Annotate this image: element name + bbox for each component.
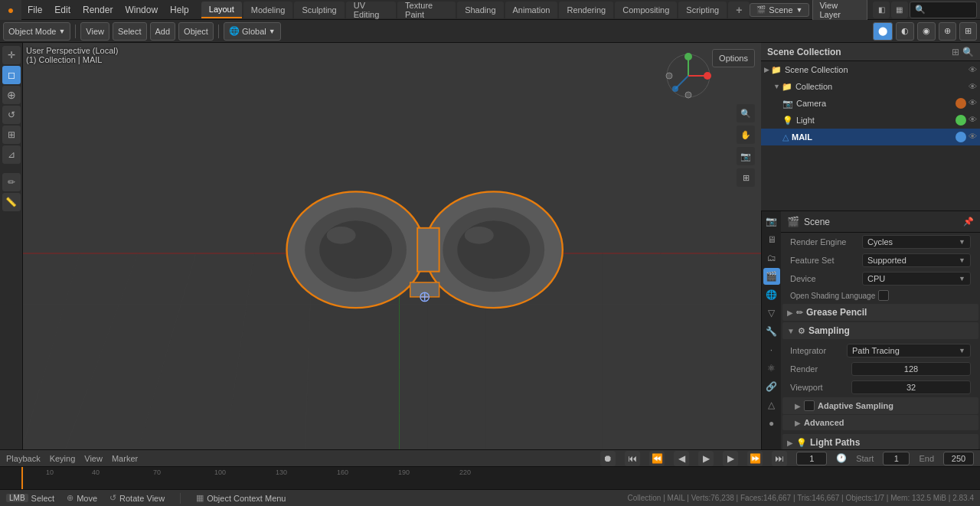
menu-render[interactable]: Render (77, 0, 119, 20)
properties-pin-icon[interactable]: 📌 (963, 217, 974, 227)
start-frame-input[interactable] (883, 452, 910, 465)
transport-play[interactable]: ▶ (698, 451, 714, 466)
outliner-eye-light[interactable]: 👁 (969, 115, 977, 126)
render-samples-value[interactable]: 128 (851, 362, 971, 376)
prop-tab-world[interactable]: 🌐 (763, 286, 780, 303)
tab-layout[interactable]: Layout (201, 2, 242, 18)
tab-add[interactable]: + (728, 2, 750, 18)
transport-prev-frame[interactable]: ⏪ (649, 451, 665, 466)
transport-record[interactable]: ⏺ (600, 451, 616, 466)
tab-animation[interactable]: Animation (505, 2, 558, 18)
prop-tab-physics[interactable]: ⚛ (763, 360, 780, 377)
viewport-shading-rendered[interactable]: ◉ (917, 22, 936, 41)
view-layer-selector[interactable]: View Layer (812, 0, 867, 21)
search-icon[interactable]: 🔍 (910, 2, 977, 18)
add-menu[interactable]: Add (150, 22, 176, 41)
tab-shading[interactable]: Shading (457, 2, 503, 18)
outliner-search-icon[interactable]: 🔍 (962, 47, 974, 57)
menu-edit[interactable]: Edit (48, 0, 77, 20)
timeline-marker-label[interactable]: Marker (112, 454, 138, 463)
tool-annotate[interactable]: ✏ (2, 173, 21, 191)
scene-selector[interactable]: 🎬 Scene ▼ (750, 3, 809, 17)
timeline-keying-label[interactable]: Keying (50, 454, 76, 463)
viewport-samples-value[interactable]: 32 (851, 380, 971, 394)
outliner-collection[interactable]: ▼ 📁 Collection 👁 (761, 78, 980, 95)
viewport-shading-material[interactable]: ◐ (896, 22, 914, 41)
prop-tab-render[interactable]: 📷 (763, 213, 780, 230)
prop-tab-data[interactable]: △ (763, 397, 780, 413)
tool-scale[interactable]: ⊞ (2, 126, 21, 144)
options-button[interactable]: Options (712, 49, 755, 67)
prop-tab-modifier[interactable]: 🔧 (763, 323, 780, 340)
tab-rendering[interactable]: Rendering (559, 2, 613, 18)
viewport-gizmo[interactable] (662, 49, 715, 103)
viewport-camera[interactable]: 📷 (737, 147, 755, 165)
viewport-overlay[interactable]: ⊕ (939, 22, 956, 41)
properties-icon[interactable]: ▦ (891, 2, 908, 18)
menu-window[interactable]: Window (119, 0, 164, 20)
device-selector[interactable]: CPU ▼ (862, 272, 971, 286)
active-tools-icon[interactable]: ◧ (873, 2, 890, 18)
viewport-shading-global[interactable]: 🌐 Global ▼ (224, 22, 281, 41)
timeline-view-label[interactable]: View (84, 454, 103, 463)
end-frame-input[interactable] (943, 452, 974, 465)
tool-move[interactable]: ⊕ (2, 86, 21, 104)
timeline-track[interactable]: 10 40 70 100 130 160 190 220 (0, 467, 980, 489)
prop-tab-constraints[interactable]: 🔗 (763, 378, 780, 395)
transport-prev-key[interactable]: ◀ (674, 451, 689, 466)
outliner-mail[interactable]: △ MAIL 👁 (761, 129, 980, 145)
outliner-eye-scene[interactable]: 👁 (969, 65, 977, 74)
osl-checkbox[interactable] (878, 290, 889, 301)
feature-set-selector[interactable]: Supported ▼ (862, 253, 971, 267)
tab-scripting[interactable]: Scripting (678, 2, 727, 18)
select-menu[interactable]: Select (113, 22, 147, 41)
menu-file[interactable]: File (21, 0, 48, 20)
current-frame-input[interactable] (796, 452, 827, 465)
tool-measure[interactable]: 📏 (2, 193, 21, 211)
prop-tab-output[interactable]: 🖥 (763, 231, 780, 248)
view-menu[interactable]: View (80, 22, 109, 41)
tool-cursor[interactable]: ✛ (2, 46, 21, 64)
viewport-shading-solid[interactable]: ⬤ (873, 22, 893, 41)
light-paths-header[interactable]: ▶ 💡 Light Paths (782, 434, 978, 449)
adaptive-sampling-checkbox[interactable] (804, 400, 815, 411)
outliner-camera[interactable]: 📷 Camera 👁 (761, 95, 980, 112)
transport-next-key[interactable]: ▶ (723, 451, 738, 466)
menu-help[interactable]: Help (164, 0, 195, 20)
outliner-eye-camera[interactable]: 👁 (969, 98, 977, 109)
tab-modeling[interactable]: Modeling (243, 2, 293, 18)
tool-transform[interactable]: ⊿ (2, 145, 21, 164)
outliner-scene-collection[interactable]: ▶ 📁 Scene Collection 👁 (761, 61, 980, 78)
tool-rotate[interactable]: ↺ (2, 106, 21, 124)
object-menu[interactable]: Object (178, 22, 214, 41)
object-mode-selector[interactable]: Object Mode ▼ (3, 22, 70, 41)
sampling-header[interactable]: ▼ ⚙ Sampling (782, 322, 978, 339)
outliner-light[interactable]: 💡 Light 👁 (761, 112, 980, 129)
transport-next-frame[interactable]: ⏩ (747, 451, 763, 466)
prop-tab-view-layer[interactable]: 🗂 (763, 250, 780, 266)
tab-texture-paint[interactable]: Texture Paint (397, 2, 456, 18)
tab-uv-editing[interactable]: UV Editing (346, 2, 396, 18)
advanced-header[interactable]: ▶ Advanced (782, 415, 978, 430)
render-engine-selector[interactable]: Cycles ▼ (862, 235, 971, 249)
transport-jump-start[interactable]: ⏮ (625, 451, 640, 466)
tab-sculpting[interactable]: Sculpting (294, 2, 344, 18)
prop-tab-particles[interactable]: · (763, 341, 780, 358)
3d-viewport[interactable]: User Perspective (Local) (1) Collection … (23, 43, 761, 449)
integrator-selector[interactable]: Path Tracing ▼ (847, 344, 971, 357)
prop-tab-material[interactable]: ● (763, 415, 780, 432)
viewport-zoom-in[interactable]: 🔍 (737, 104, 755, 122)
viewport-grid-btn[interactable]: ⊞ (737, 168, 755, 187)
outliner-eye-collection[interactable]: 👁 (969, 82, 977, 91)
viewport-hand[interactable]: ✋ (737, 126, 755, 144)
timeline-playback-label[interactable]: Playback (6, 454, 41, 463)
grease-pencil-header[interactable]: ▶ ✏ Grease Pencil (782, 304, 978, 321)
transport-jump-end[interactable]: ⏭ (772, 451, 787, 466)
tool-select-box[interactable]: ◻ (2, 66, 21, 84)
viewport-gizmo-btn[interactable]: ⊞ (959, 22, 977, 41)
prop-tab-object[interactable]: ▽ (763, 305, 780, 322)
outliner-filter-icon[interactable]: ⊞ (952, 47, 959, 57)
tab-compositing[interactable]: Compositing (615, 2, 677, 18)
prop-tab-scene[interactable]: 🎬 (763, 268, 780, 285)
outliner-eye-mail[interactable]: 👁 (969, 132, 977, 142)
